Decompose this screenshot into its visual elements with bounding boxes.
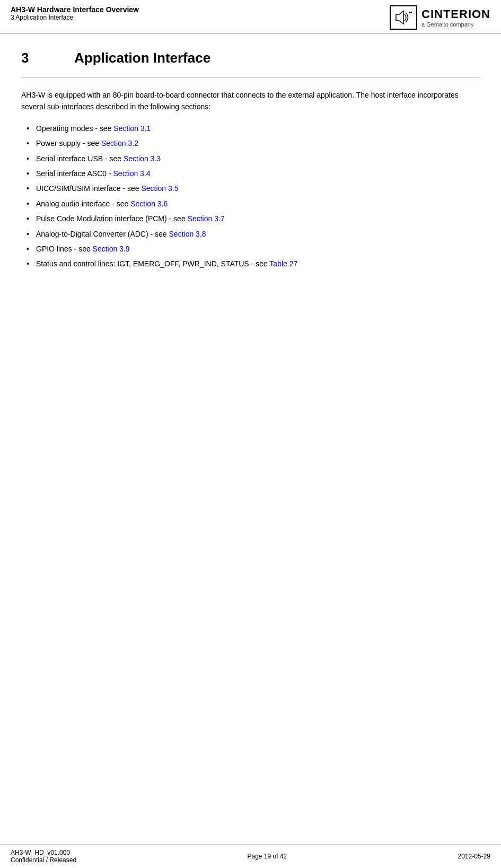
logo-tagline: a Gemalto company xyxy=(421,21,490,28)
list-item-text: Serial interface USB - see Section 3.3 xyxy=(36,153,161,164)
header-title: AH3-W Hardware Interface Overview xyxy=(11,5,139,14)
bullet-char: • xyxy=(27,183,31,194)
list-item: •Pulse Code Modulation interface (PCM) -… xyxy=(21,213,480,224)
list-item-text: Serial interface ASC0 - Section 3.4 xyxy=(36,168,151,179)
section-link[interactable]: Section 3.6 xyxy=(130,199,168,208)
list-item: •Serial interface USB - see Section 3.3 xyxy=(21,153,480,164)
footer-doc-id: AH3-W_HD_v01.000 xyxy=(11,849,76,856)
list-item-text: Analog-to-Digital Converter (ADC) - see … xyxy=(36,228,206,240)
list-item-text: Operating modes - see Section 3.1 xyxy=(36,123,151,134)
list-item: •Analog audio interface - see Section 3.… xyxy=(21,198,480,210)
page-header: AH3-W Hardware Interface Overview 3 Appl… xyxy=(0,0,501,34)
section-link[interactable]: Section 3.1 xyxy=(113,124,151,133)
list-item: •Operating modes - see Section 3.1 xyxy=(21,123,480,134)
section-link[interactable]: Table 27 xyxy=(269,259,297,268)
list-item-text: Analog audio interface - see Section 3.6 xyxy=(36,198,168,210)
list-item-text: GPIO lines - see Section 3.9 xyxy=(36,243,130,255)
bullet-char: • xyxy=(27,168,31,179)
section-heading: 3 Application Interface xyxy=(21,50,480,66)
page-footer: AH3-W_HD_v01.000 Confidential / Released… xyxy=(0,844,501,868)
logo-text-area: CINTERION a Gemalto company xyxy=(421,7,490,28)
list-item: •Status and control lines: IGT, EMERG_OF… xyxy=(21,258,480,270)
logo-area: CINTERION a Gemalto company xyxy=(390,5,490,30)
list-item: •Serial interface ASC0 - Section 3.4 xyxy=(21,168,480,179)
section-link[interactable]: Section 3.3 xyxy=(124,154,161,163)
bullet-char: • xyxy=(27,137,31,149)
svg-marker-1 xyxy=(409,12,412,13)
list-item: •Power supply - see Section 3.2 xyxy=(21,137,480,149)
logo-brand: CINTERION xyxy=(421,7,490,21)
logo-icon-box xyxy=(390,5,417,30)
section-link[interactable]: Section 3.4 xyxy=(113,169,151,178)
list-item-text: Pulse Code Modulation interface (PCM) - … xyxy=(36,213,225,224)
bullet-list: •Operating modes - see Section 3.1•Power… xyxy=(21,123,480,270)
header-text: AH3-W Hardware Interface Overview 3 Appl… xyxy=(11,5,139,21)
bullet-char: • xyxy=(27,228,31,240)
list-item-text: Power supply - see Section 3.2 xyxy=(36,137,138,149)
section-divider xyxy=(21,77,480,77)
section-link[interactable]: Section 3.8 xyxy=(169,230,206,238)
list-item-text: UICC/SIM/USIM interface - see Section 3.… xyxy=(36,183,178,194)
footer-left: AH3-W_HD_v01.000 Confidential / Released xyxy=(11,849,76,864)
bullet-char: • xyxy=(27,198,31,210)
logo-icon-svg xyxy=(394,9,413,26)
bullet-char: • xyxy=(27,153,31,164)
section-title: Application Interface xyxy=(74,50,210,66)
svg-marker-0 xyxy=(396,11,403,24)
list-item: •UICC/SIM/USIM interface - see Section 3… xyxy=(21,183,480,194)
list-item: •GPIO lines - see Section 3.9 xyxy=(21,243,480,255)
intro-paragraph: AH3-W is equipped with an 80-pin board-t… xyxy=(21,89,480,113)
bullet-char: • xyxy=(27,123,31,134)
list-item: •Analog-to-Digital Converter (ADC) - see… xyxy=(21,228,480,240)
footer-page: Page 19 of 42 xyxy=(247,853,287,860)
section-link[interactable]: Section 3.9 xyxy=(93,245,130,253)
footer-date: 2012-05-29 xyxy=(458,853,490,860)
header-subtitle: 3 Application Interface xyxy=(11,14,139,21)
bullet-char: • xyxy=(27,213,31,224)
section-link[interactable]: Section 3.2 xyxy=(101,139,138,147)
main-content: 3 Application Interface AH3-W is equippe… xyxy=(0,34,501,284)
bullet-char: • xyxy=(27,258,31,270)
section-link[interactable]: Section 3.5 xyxy=(141,184,178,193)
section-link[interactable]: Section 3.7 xyxy=(188,214,225,223)
section-number: 3 xyxy=(21,50,53,66)
bullet-char: • xyxy=(27,243,31,255)
list-item-text: Status and control lines: IGT, EMERG_OFF… xyxy=(36,258,297,270)
footer-classification: Confidential / Released xyxy=(11,856,76,864)
